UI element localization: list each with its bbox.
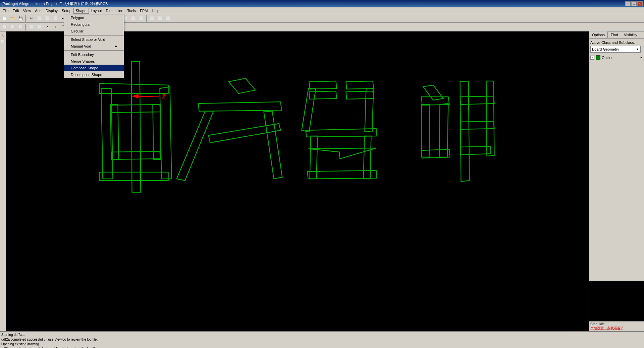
tb-grid[interactable]: ⬜ bbox=[148, 15, 156, 22]
outline-checkbox[interactable]: ✓ bbox=[590, 56, 594, 60]
tb-grid2[interactable]: ⬜ bbox=[156, 15, 164, 22]
tb-delete[interactable]: ⬜ bbox=[52, 15, 59, 22]
menu-polygon[interactable]: Polygon bbox=[64, 14, 124, 21]
close-button[interactable]: ✕ bbox=[637, 1, 643, 6]
mini-preview bbox=[589, 281, 644, 321]
tb2-sep1 bbox=[25, 24, 26, 30]
log-line-4: ddf2a completed successfully - use Viewl… bbox=[1, 347, 586, 348]
active-class-label: Active Class and Subclass: bbox=[590, 41, 643, 45]
menu-setup[interactable]: Setup bbox=[60, 8, 73, 13]
svg-marker-9 bbox=[229, 78, 256, 93]
menu-rectangular[interactable]: Rectangular bbox=[64, 21, 124, 28]
menu-edit-boundary[interactable]: Edit Boundary bbox=[64, 51, 124, 58]
menu-sep2 bbox=[64, 50, 124, 51]
tb-copy[interactable]: ⬜ bbox=[36, 15, 43, 22]
svg-marker-33 bbox=[460, 146, 491, 155]
tb-paste[interactable]: ⬜ bbox=[44, 15, 51, 22]
svg-marker-12 bbox=[264, 111, 282, 179]
menu-shape[interactable]: Shape bbox=[73, 8, 89, 14]
menu-sep1 bbox=[64, 35, 124, 36]
polygon-label: Polygon bbox=[71, 16, 84, 20]
svg-marker-31 bbox=[460, 96, 494, 105]
side-btn-1[interactable]: ↖ bbox=[0, 33, 6, 38]
tb2-b3[interactable]: ⬜ bbox=[17, 23, 24, 31]
menu-help[interactable]: Help bbox=[150, 8, 162, 13]
edit-boundary-label: Edit Boundary bbox=[71, 53, 94, 57]
tab-visibility[interactable]: Visibility bbox=[621, 31, 640, 38]
svg-marker-11 bbox=[177, 111, 214, 181]
right-content: Active Class and Subclass: Board Geometr… bbox=[589, 39, 644, 281]
tb2-b5[interactable]: ⬜ bbox=[36, 23, 43, 31]
svg-marker-19 bbox=[365, 88, 374, 132]
svg-marker-32 bbox=[460, 121, 494, 129]
tb-grid3[interactable]: ⬜ bbox=[164, 15, 172, 22]
outline-label: Outline bbox=[602, 56, 613, 60]
svg-marker-10 bbox=[199, 102, 282, 111]
log-line-3: Opening existing drawing. bbox=[1, 342, 586, 347]
svg-marker-3 bbox=[160, 87, 172, 179]
svg-marker-14 bbox=[309, 81, 337, 89]
log-line-2: ddf2a completed successfully - use Viewl… bbox=[1, 337, 586, 342]
menu-tools[interactable]: Tools bbox=[125, 8, 138, 13]
outline-dropdown-arrow[interactable]: ▼ bbox=[640, 56, 643, 59]
status-right-text2[interactable]: 个性设置，点我看看 8 bbox=[590, 326, 623, 330]
manual-void-arrow: ▶ bbox=[115, 45, 117, 48]
tab-options[interactable]: Options bbox=[589, 31, 608, 38]
compose-shape-label: Compose Shape bbox=[71, 66, 98, 70]
menu-dimension[interactable]: Dimension bbox=[104, 8, 125, 13]
tb-b4[interactable]: ⬜ bbox=[129, 15, 137, 22]
menu-manual-void[interactable]: Manual Void ▶ bbox=[64, 43, 124, 50]
circular-label: Circular bbox=[71, 29, 84, 33]
menu-merge-shapes[interactable]: Merge Shapes bbox=[64, 58, 124, 65]
maximize-button[interactable]: □ bbox=[631, 1, 637, 6]
svg-marker-23 bbox=[308, 170, 377, 179]
tb-save[interactable]: 💾 bbox=[17, 15, 24, 22]
tb-cut[interactable]: ✂ bbox=[28, 15, 35, 22]
svg-marker-25 bbox=[423, 85, 443, 100]
menu-edit[interactable]: Edit bbox=[11, 8, 21, 13]
status-log: Starting ddf2a... ddf2a completed succes… bbox=[1, 333, 586, 348]
board-geometry-select[interactable]: Board Geometry ▼ bbox=[590, 46, 641, 53]
menu-circular[interactable]: Circular bbox=[64, 28, 124, 34]
menu-view[interactable]: View bbox=[21, 8, 33, 13]
svg-marker-18 bbox=[302, 88, 316, 132]
svg-marker-24 bbox=[309, 148, 376, 159]
menu-bar: File Edit View Add Display Setup Shape L… bbox=[0, 7, 644, 14]
menu-display[interactable]: Display bbox=[44, 8, 60, 13]
menu-file[interactable]: File bbox=[1, 8, 11, 13]
tab-find[interactable]: Find bbox=[608, 31, 621, 38]
tb2-angle[interactable]: ∠ bbox=[44, 23, 51, 31]
decompose-shape-label: Decompose Shape bbox=[71, 73, 102, 77]
tb-new[interactable]: 📄 bbox=[1, 15, 8, 22]
svg-marker-16 bbox=[346, 81, 374, 89]
menu-compose-shape[interactable]: Compose Shape bbox=[64, 65, 124, 71]
manual-void-label: Manual Void bbox=[71, 44, 91, 48]
tb2-b2[interactable]: ⬜ bbox=[9, 23, 16, 31]
svg-marker-22 bbox=[364, 136, 371, 179]
shape-dropdown-menu: Polygon Rectangular Circular Select Shap… bbox=[64, 14, 124, 78]
tb-sep1 bbox=[25, 15, 26, 22]
tb-sep4 bbox=[146, 15, 147, 22]
tb2-b4[interactable]: ⬜ bbox=[28, 23, 35, 31]
status-bar: Starting ddf2a... ddf2a completed succes… bbox=[0, 331, 644, 348]
rectangular-label: Rectangular bbox=[71, 22, 91, 26]
left-sidebar: ↖ ⬜ bbox=[0, 31, 6, 331]
menu-layout[interactable]: Layout bbox=[89, 8, 104, 13]
right-panel: Options Find Visibility Active Class and… bbox=[589, 31, 644, 331]
menu-decompose-shape[interactable]: Decompose Shape bbox=[64, 71, 124, 78]
tb2-b1[interactable]: ⬜ bbox=[1, 23, 8, 31]
right-tabs: Options Find Visibility bbox=[589, 31, 644, 39]
side-btn-2[interactable]: ⬜ bbox=[0, 39, 6, 44]
menu-fpm[interactable]: FPM bbox=[138, 8, 150, 13]
menu-add[interactable]: Add bbox=[33, 8, 44, 13]
tb-open[interactable]: 📂 bbox=[9, 15, 16, 22]
menu-select-shape-or-void[interactable]: Select Shape or Void bbox=[64, 36, 124, 43]
tb2-b6[interactable]: ○ bbox=[52, 23, 59, 31]
board-geometry-arrow: ▼ bbox=[636, 48, 639, 51]
svg-marker-15 bbox=[309, 91, 337, 99]
minimize-button[interactable]: − bbox=[625, 1, 631, 6]
tb-b5[interactable]: ⬜ bbox=[138, 15, 145, 22]
svg-marker-13 bbox=[209, 124, 281, 143]
outline-color-swatch bbox=[596, 55, 600, 60]
svg-marker-4 bbox=[131, 62, 141, 192]
